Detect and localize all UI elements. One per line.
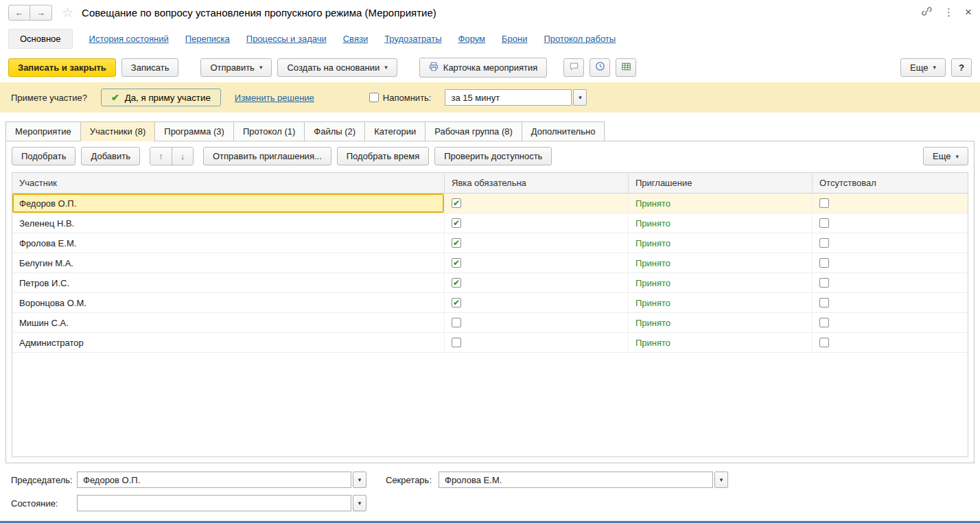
attendance-required-checkbox[interactable] (452, 258, 461, 268)
absent-cell (813, 253, 968, 272)
secretary-input[interactable] (439, 472, 713, 488)
table-row[interactable]: АдминистраторПринято (12, 333, 968, 353)
create-based-on-button[interactable]: Создать на основании ▾ (277, 58, 397, 77)
pick-participants-button[interactable]: Подобрать (12, 147, 75, 165)
more-button[interactable]: Еще ▾ (900, 58, 946, 77)
move-up-button[interactable]: ↑ (150, 148, 172, 165)
get-link-icon[interactable] (921, 5, 933, 19)
nav-link-bookings[interactable]: Брони (502, 34, 527, 44)
move-down-button[interactable]: ↓ (172, 148, 193, 165)
table-row[interactable]: Петров И.С.Принято (12, 273, 968, 293)
participant-name-cell[interactable]: Зеленец Н.В. (12, 213, 445, 233)
column-header-participant[interactable]: Участник (12, 173, 445, 193)
state-dropdown-button[interactable]: ▾ (353, 495, 366, 511)
more-menu-icon[interactable]: ⋮ (944, 6, 954, 19)
absent-checkbox[interactable] (819, 298, 829, 307)
absent-checkbox[interactable] (819, 238, 829, 248)
nav-item-main[interactable]: Основное (8, 29, 73, 49)
close-icon[interactable]: × (965, 5, 972, 19)
more-label: Еще (910, 62, 928, 73)
chairman-input[interactable] (77, 472, 351, 488)
participant-name-cell[interactable]: Мишин С.А. (12, 313, 445, 332)
favorite-star-icon[interactable]: ☆ (62, 5, 73, 21)
absent-checkbox[interactable] (819, 258, 829, 268)
remind-checkbox-label[interactable]: Напомнить: (369, 93, 432, 103)
participant-name-cell[interactable]: Белугин М.А. (12, 253, 445, 272)
attendance-required-checkbox[interactable] (452, 318, 461, 327)
table-row[interactable]: Зеленец Н.В.Принято (12, 213, 968, 233)
spreadsheet-button[interactable] (616, 58, 636, 77)
nav-link-relations[interactable]: Связи (343, 34, 368, 44)
attendance-required-checkbox[interactable] (452, 198, 461, 208)
pick-time-button[interactable]: Подобрать время (337, 147, 429, 165)
attendance-required-checkbox[interactable] (452, 298, 461, 307)
add-participant-button[interactable]: Добавить (81, 147, 139, 165)
absent-checkbox[interactable] (819, 338, 829, 347)
chevron-down-icon: ▾ (933, 64, 936, 71)
state-combo: ▾ (77, 495, 366, 511)
attendance-required-checkbox[interactable] (452, 218, 461, 228)
table-row[interactable]: Воронцова О.М.Принято (12, 293, 968, 313)
tab-event[interactable]: Мероприятие (5, 121, 80, 141)
tab-categories[interactable]: Категории (364, 121, 425, 141)
check-availability-button[interactable]: Проверить доступность (434, 147, 552, 165)
forward-button[interactable]: → (30, 5, 52, 21)
nav-link-work-log[interactable]: Протокол работы (544, 34, 616, 44)
state-input[interactable] (77, 495, 351, 511)
invitation-status: Принято (629, 273, 813, 292)
nav-link-status-history[interactable]: История состояний (89, 34, 169, 44)
tab-additional[interactable]: Дополнительно (522, 121, 605, 141)
pick-label: Подобрать (21, 151, 66, 161)
send-button[interactable]: Отправить ▾ (200, 58, 272, 77)
table-row[interactable]: Мишин С.А.Принято (12, 313, 968, 333)
column-header-attendance-required[interactable]: Явка обязательна (445, 173, 629, 193)
column-header-invitation[interactable]: Приглашение (629, 173, 813, 193)
back-button[interactable]: ← (8, 5, 30, 21)
save-and-close-button[interactable]: Записать и закрыть (8, 58, 116, 77)
accept-participation-button[interactable]: ✔ Да, я приму участие (101, 89, 221, 106)
save-button[interactable]: Записать (121, 58, 179, 77)
table-row[interactable]: Фролова Е.М.Принято (12, 233, 968, 253)
nav-link-correspondence[interactable]: Переписка (185, 34, 230, 44)
absent-checkbox[interactable] (819, 278, 829, 288)
invitation-status: Принято (629, 293, 813, 312)
chairman-dropdown-button[interactable]: ▾ (353, 472, 366, 488)
nav-link-processes-tasks[interactable]: Процессы и задачи (246, 34, 327, 44)
remind-dropdown-button[interactable]: ▾ (573, 89, 587, 106)
table-row[interactable]: Белугин М.А.Принято (12, 253, 968, 273)
absent-checkbox[interactable] (819, 198, 829, 208)
table-more-label: Еще (933, 151, 950, 161)
tab-program[interactable]: Программа (3) (154, 121, 233, 141)
participant-name-cell[interactable]: Администратор (12, 333, 445, 352)
participant-name-cell[interactable]: Петров И.С. (12, 273, 445, 292)
table-more-button[interactable]: Еще ▾ (923, 147, 968, 165)
secretary-dropdown-button[interactable]: ▾ (714, 472, 728, 488)
send-invitations-button[interactable]: Отправить приглашения... (203, 147, 331, 165)
tab-workgroup[interactable]: Рабочая группа (8) (425, 121, 522, 141)
chevron-down-icon: ▾ (955, 153, 959, 160)
participant-name-cell[interactable]: Фролова Е.М. (12, 233, 445, 253)
tab-protocol[interactable]: Протокол (1) (233, 121, 304, 141)
tab-participants[interactable]: Участники (8) (80, 121, 155, 141)
change-decision-link[interactable]: Изменить решение (235, 93, 314, 103)
nav-link-forum[interactable]: Форум (458, 34, 486, 44)
attendance-required-checkbox[interactable] (452, 278, 461, 288)
absent-checkbox[interactable] (819, 318, 829, 327)
column-header-absent[interactable]: Отсутствовал (813, 173, 968, 193)
attendance-required-checkbox[interactable] (452, 238, 461, 248)
nav-link-labor-costs[interactable]: Трудозатраты (384, 34, 441, 44)
participant-name-cell[interactable]: Воронцова О.М. (12, 293, 445, 312)
attendance-required-checkbox[interactable] (452, 338, 461, 347)
table-row[interactable]: Федоров О.П.Принято (12, 194, 968, 213)
invitation-status: Принято (629, 194, 813, 213)
discussion-button[interactable] (563, 58, 584, 77)
help-button[interactable]: ? (951, 58, 972, 77)
remind-value-input[interactable] (445, 89, 572, 106)
remind-checkbox[interactable] (369, 93, 379, 102)
event-card-button[interactable]: Карточка мероприятия (419, 58, 548, 78)
absent-checkbox[interactable] (819, 218, 829, 228)
participant-name-cell[interactable]: Федоров О.П. (12, 194, 445, 213)
change-history-button[interactable] (590, 58, 610, 77)
tab-files[interactable]: Файлы (2) (304, 121, 364, 141)
absent-cell (813, 313, 968, 332)
